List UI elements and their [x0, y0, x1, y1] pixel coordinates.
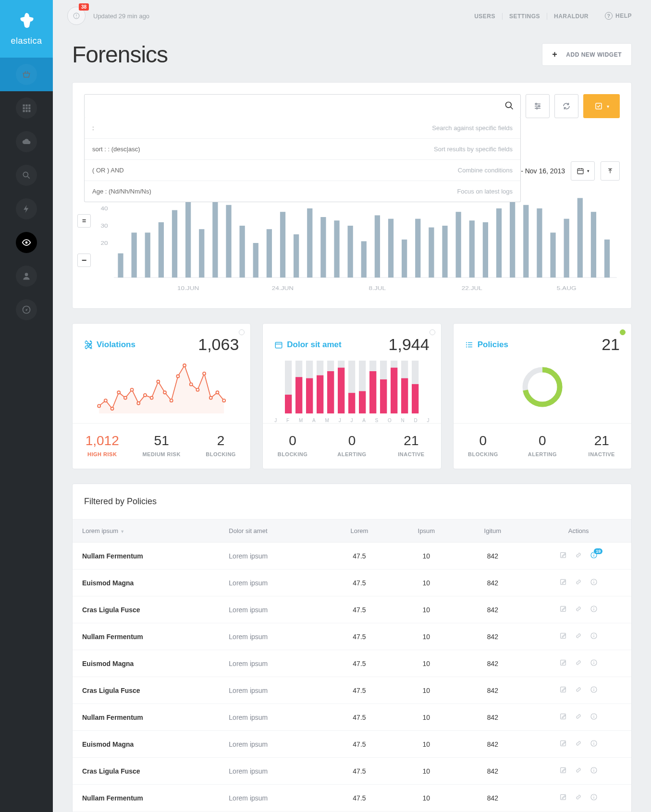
chart-drag-handle[interactable]: =	[77, 214, 91, 228]
edit-action[interactable]	[559, 578, 567, 587]
help-link[interactable]: ? HELP	[605, 12, 632, 20]
save-query-button[interactable]: ▾	[583, 94, 620, 118]
edit-icon	[559, 659, 567, 667]
info-action[interactable]	[590, 766, 598, 776]
card-value: 1,063	[198, 335, 239, 354]
svg-rect-107	[306, 378, 313, 413]
row-desc: Lorem ipsum	[219, 704, 325, 731]
card-title: Policies	[465, 340, 508, 350]
sidebar-item-apps[interactable]	[0, 91, 53, 125]
edit-icon	[559, 578, 567, 586]
link-action[interactable]	[575, 551, 582, 560]
edit-icon	[559, 605, 567, 613]
top-link-haraldur[interactable]: HARALDUR	[547, 13, 595, 20]
info-action[interactable]	[590, 578, 598, 587]
search-input[interactable]	[84, 94, 521, 118]
link-action[interactable]	[575, 766, 582, 776]
column-header[interactable]: Actions	[526, 520, 631, 543]
edit-action[interactable]	[559, 686, 567, 695]
row-val-b: 10	[393, 704, 459, 731]
edit-action[interactable]	[559, 659, 567, 668]
row-val-c: 842	[459, 596, 526, 623]
suggestion-row[interactable]: Age : (Nd/Nh/Nm/Ns)Focus on latest logs	[85, 181, 520, 202]
row-name: Cras Ligula Fusce	[73, 596, 219, 623]
row-val-a: 47.5	[326, 650, 393, 677]
notifications-button[interactable]: 38	[67, 7, 86, 25]
stat-inactive: 21INACTIVE	[572, 424, 631, 469]
sidebar-item-eye[interactable]	[0, 226, 53, 259]
chevron-down-icon: ▾	[607, 104, 609, 109]
export-button[interactable]	[601, 161, 620, 181]
svg-rect-2	[28, 105, 30, 107]
info-action[interactable]	[590, 659, 598, 668]
column-header[interactable]: Ipsum	[393, 520, 459, 543]
column-header[interactable]: Igitum	[459, 520, 526, 543]
link-action[interactable]	[575, 605, 582, 614]
link-action[interactable]	[575, 686, 582, 695]
edit-action[interactable]	[559, 713, 567, 722]
stat-alerting: 0ALERTING	[322, 424, 381, 469]
edit-icon	[559, 739, 567, 747]
info-action[interactable]	[590, 632, 598, 641]
table-row: Cras Ligula FusceLorem ipsum47.510842	[73, 677, 631, 704]
page-header: Forensics + ADD NEW WIDGET	[72, 32, 632, 82]
sidebar-item-basket[interactable]	[0, 58, 53, 91]
sidebar-item-search[interactable]	[0, 158, 53, 192]
sidebar-item-cloud[interactable]	[0, 125, 53, 158]
link-action[interactable]	[575, 632, 582, 641]
svg-rect-127	[412, 384, 418, 413]
edit-action[interactable]	[559, 766, 567, 776]
info-action[interactable]	[590, 605, 598, 614]
info-action[interactable]	[590, 713, 598, 722]
row-desc: Lorem ipsum	[219, 596, 325, 623]
info-icon	[590, 659, 598, 667]
link-action[interactable]	[575, 578, 582, 587]
card-status-dot	[430, 329, 435, 335]
chart-zoom-out[interactable]: −	[77, 254, 91, 267]
column-header[interactable]: Lorem	[326, 520, 393, 543]
calendar-button[interactable]: ▾	[571, 161, 595, 181]
link-action[interactable]	[575, 793, 582, 802]
svg-point-9	[23, 172, 28, 177]
edit-action[interactable]	[559, 739, 567, 749]
suggestion-row[interactable]: ( OR ) AND Combine conditions	[85, 159, 520, 181]
suggestion-syntax: sort : : (desc|asc)	[92, 145, 140, 153]
filter-button[interactable]	[526, 94, 550, 118]
row-name: Nullam Fermentum	[73, 543, 219, 570]
link-action[interactable]	[575, 739, 582, 749]
info-action[interactable]: 19	[590, 551, 598, 560]
column-header[interactable]: Lorem ipsum▼	[73, 520, 219, 543]
svg-point-159	[593, 688, 594, 689]
suggestion-row[interactable]: sort : : (desc|asc)Sort results by speci…	[85, 138, 520, 159]
suggestion-row[interactable]: : Search against specific fields	[85, 118, 520, 138]
info-action[interactable]	[590, 793, 598, 802]
row-val-c: 842	[459, 704, 526, 731]
info-action[interactable]	[590, 739, 598, 749]
apps-icon	[22, 103, 31, 113]
edit-action[interactable]	[559, 793, 567, 802]
info-action[interactable]	[590, 686, 598, 695]
link-icon	[575, 686, 582, 693]
row-val-c: 842	[459, 677, 526, 704]
sidebar-item-bolt[interactable]	[0, 192, 53, 226]
refresh-button[interactable]	[554, 94, 578, 118]
edit-action[interactable]	[559, 632, 567, 641]
help-icon: ?	[605, 12, 613, 20]
link-action[interactable]	[575, 659, 582, 668]
edit-action[interactable]	[559, 605, 567, 614]
row-desc: Lorem ipsum	[219, 623, 325, 650]
top-link-users[interactable]: USERS	[467, 13, 503, 20]
sidebar-item-compass[interactable]	[0, 293, 53, 327]
search-icon-button[interactable]	[504, 101, 514, 112]
column-header[interactable]: Dolor sit amet	[219, 520, 325, 543]
edit-action[interactable]	[559, 551, 567, 560]
logo[interactable]: elastica	[0, 0, 53, 58]
add-widget-button[interactable]: + ADD NEW WIDGET	[542, 43, 632, 66]
link-action[interactable]	[575, 713, 582, 722]
chevron-down-icon: ▾	[587, 169, 590, 173]
svg-rect-57	[388, 219, 393, 278]
svg-point-82	[111, 407, 114, 410]
brand-name: elastica	[11, 36, 42, 46]
top-link-settings[interactable]: SETTINGS	[503, 13, 547, 20]
sidebar-item-user[interactable]	[0, 259, 53, 293]
